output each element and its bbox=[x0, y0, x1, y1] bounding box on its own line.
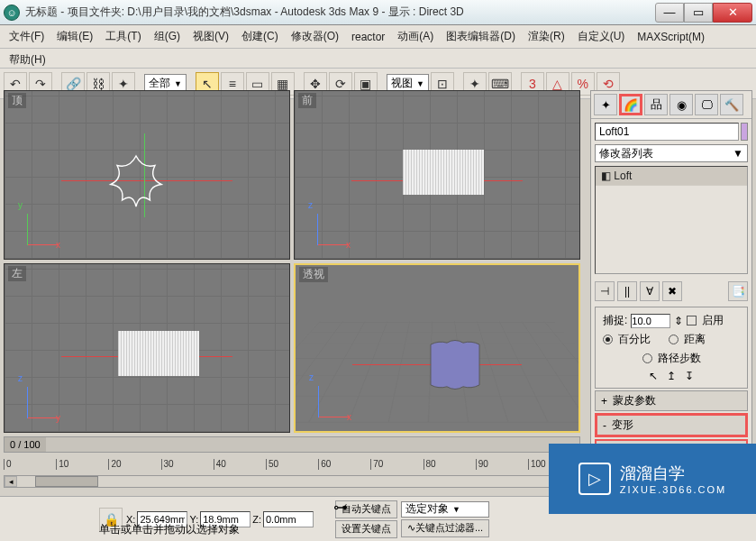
key-filters-button[interactable]: ∿ 关键点过滤器... bbox=[401, 519, 489, 537]
loft-object-3d-icon bbox=[414, 328, 496, 391]
enable-checkbox[interactable] bbox=[687, 316, 697, 326]
time-ruler: 0 10 20 30 40 50 60 70 80 90 100 bbox=[4, 454, 580, 474]
watermark-brand: 溜溜自学 bbox=[620, 463, 726, 484]
menu-create[interactable]: 创建(C) bbox=[240, 27, 280, 46]
percent-label: 百分比 bbox=[618, 332, 651, 347]
time-slider[interactable]: 0 / 100 bbox=[4, 436, 580, 453]
track-scrollbar[interactable]: ◂ ▸ bbox=[4, 475, 580, 488]
close-button[interactable]: ✕ bbox=[713, 3, 752, 23]
coord-z-label: Z: bbox=[252, 514, 261, 525]
menu-graph[interactable]: 图表编辑器(D) bbox=[444, 27, 517, 46]
snap-value-input[interactable] bbox=[631, 314, 670, 328]
viewport-top-label: 顶 bbox=[8, 93, 26, 108]
viewport-left-label: 左 bbox=[8, 266, 26, 281]
loft-object-icon bbox=[118, 331, 199, 376]
viewport-perspective[interactable]: 透视 xz bbox=[294, 263, 580, 433]
play-icon: ▷ bbox=[578, 463, 611, 495]
menu-maxscript[interactable]: MAXScript(M) bbox=[635, 29, 706, 45]
menu-file[interactable]: 文件(F) bbox=[7, 27, 46, 46]
pathsteps-label: 路径步数 bbox=[658, 351, 701, 366]
menubar-row2: 帮助(H) bbox=[0, 49, 756, 69]
stack-toolbar: ⊣ || ∀ ✖ 📑 bbox=[591, 278, 751, 305]
snap-label: 捕捉: bbox=[603, 313, 627, 328]
snapshot-rollout: 捕捉: ⇕ 启用 百分比 距离 路径步数 ↖ ↥ ↧ bbox=[595, 307, 748, 389]
percent-radio[interactable] bbox=[603, 335, 613, 344]
pin-stack-button[interactable]: ⊣ bbox=[595, 281, 615, 301]
axis-tripod-icon: xy bbox=[18, 205, 63, 250]
axis-tripod-icon: xz bbox=[309, 377, 354, 422]
time-range-label: 0 / 100 bbox=[5, 437, 46, 452]
modifier-list-dropdown[interactable]: 修改器列表▼ bbox=[595, 144, 748, 162]
tab-motion[interactable]: ◉ bbox=[669, 94, 693, 115]
viewport-persp-label: 透视 bbox=[299, 267, 328, 282]
pathsteps-radio[interactable] bbox=[642, 353, 652, 363]
stack-item-loft[interactable]: ◧ Loft bbox=[596, 167, 747, 186]
key-target-combo[interactable]: 选定对象▼ bbox=[401, 501, 489, 518]
pick-path-button[interactable]: ↖ bbox=[649, 370, 658, 382]
deform-rollout[interactable]: -变形 bbox=[595, 413, 748, 437]
viewport-area: 顶 xy 前 xz 左 yz 透视 bbox=[4, 90, 580, 433]
object-name-input[interactable] bbox=[595, 123, 739, 141]
next-step-button[interactable]: ↧ bbox=[685, 370, 694, 382]
loft-shape-icon bbox=[105, 150, 168, 213]
menu-edit[interactable]: 编辑(E) bbox=[55, 27, 95, 46]
object-color-swatch[interactable] bbox=[741, 123, 748, 141]
tab-create[interactable]: ✦ bbox=[594, 94, 617, 115]
menubar: 文件(F) 编辑(E) 工具(T) 组(G) 视图(V) 创建(C) 修改器(O… bbox=[0, 25, 756, 49]
menu-custom[interactable]: 自定义(U) bbox=[576, 27, 627, 46]
tab-display[interactable]: 🖵 bbox=[695, 94, 718, 115]
tab-hierarchy[interactable]: 品 bbox=[644, 94, 668, 115]
axis-tripod-icon: yz bbox=[18, 378, 63, 423]
prompt-text: 单击或单击并拖动以选择对象 bbox=[99, 522, 240, 537]
scroll-left-button[interactable]: ◂ bbox=[5, 476, 17, 487]
menu-reactor[interactable]: reactor bbox=[350, 29, 387, 45]
coord-z-input[interactable] bbox=[263, 511, 314, 527]
set-key-button[interactable]: 设置关键点 bbox=[335, 520, 397, 538]
configure-sets-button[interactable]: 📑 bbox=[728, 281, 748, 301]
show-end-button[interactable]: || bbox=[617, 281, 637, 301]
window-title: 无标题 - 项目文件夹: D:\用户目录\我的文档\3dsmax - Autod… bbox=[25, 5, 655, 20]
make-unique-button[interactable]: ∀ bbox=[640, 281, 660, 301]
maximize-button[interactable]: ▭ bbox=[684, 3, 713, 23]
prev-step-button[interactable]: ↥ bbox=[667, 370, 676, 382]
menu-animation[interactable]: 动画(A) bbox=[396, 27, 435, 46]
watermark: ▷ 溜溜自学 ZIXUE.3D66.COM bbox=[549, 444, 756, 514]
enable-label: 启用 bbox=[702, 313, 724, 328]
skin-params-rollout[interactable]: +蒙皮参数 bbox=[595, 390, 748, 411]
menu-tools[interactable]: 工具(T) bbox=[104, 27, 142, 46]
viewport-front[interactable]: 前 xz bbox=[294, 90, 580, 260]
menu-modifiers[interactable]: 修改器(O) bbox=[289, 27, 341, 46]
app-icon: ☺ bbox=[4, 5, 20, 21]
loft-object-icon bbox=[403, 150, 484, 195]
remove-mod-button[interactable]: ✖ bbox=[662, 281, 682, 301]
command-panel-tabs: ✦ 🌈 品 ◉ 🖵 🔨 bbox=[591, 91, 751, 119]
command-panel: ✦ 🌈 品 ◉ 🖵 🔨 修改器列表▼ ◧ Loft ⊣ || ∀ ✖ 📑 捕捉:… bbox=[590, 90, 752, 446]
modifier-stack[interactable]: ◧ Loft bbox=[595, 166, 748, 274]
viewport-top[interactable]: 顶 xy bbox=[4, 90, 290, 260]
menu-render[interactable]: 渲染(R) bbox=[526, 27, 567, 46]
axis-tripod-icon: xz bbox=[308, 205, 353, 250]
menu-help[interactable]: 帮助(H) bbox=[7, 50, 48, 69]
viewport-left[interactable]: 左 yz bbox=[4, 263, 290, 433]
menu-view[interactable]: 视图(V) bbox=[191, 27, 231, 46]
tab-utilities[interactable]: 🔨 bbox=[720, 94, 743, 115]
titlebar: ☺ 无标题 - 项目文件夹: D:\用户目录\我的文档\3dsmax - Aut… bbox=[0, 0, 756, 25]
minimize-button[interactable]: — bbox=[655, 3, 684, 23]
key-icon[interactable]: ⊶ bbox=[333, 499, 348, 516]
viewport-front-label: 前 bbox=[298, 93, 316, 108]
watermark-url: ZIXUE.3D66.COM bbox=[620, 484, 726, 495]
tab-modify[interactable]: 🌈 bbox=[619, 94, 642, 115]
scroll-thumb[interactable] bbox=[35, 476, 98, 487]
menu-group[interactable]: 组(G) bbox=[152, 27, 182, 46]
distance-radio[interactable] bbox=[669, 335, 679, 344]
distance-label: 距离 bbox=[684, 332, 706, 347]
